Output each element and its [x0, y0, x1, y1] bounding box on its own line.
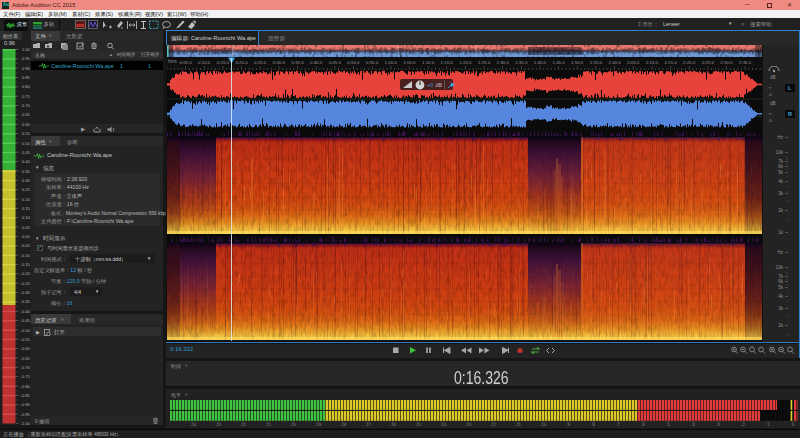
svg-text:-0.35: -0.35 [20, 299, 30, 304]
svg-text:-0.75: -0.75 [20, 374, 30, 379]
svg-text:0.80: 0.80 [22, 84, 31, 89]
svg-text:2k: 2k [778, 323, 784, 328]
svg-text:-0.55: -0.55 [20, 337, 30, 342]
svg-text:4k: 4k [778, 179, 784, 184]
svg-text:0.90: 0.90 [22, 66, 31, 71]
svg-text:10k: 10k [776, 265, 784, 270]
svg-text:0:30.0: 0:30.0 [273, 60, 286, 65]
svg-text:6k: 6k [778, 164, 784, 169]
svg-text:0:10.0: 0:10.0 [198, 60, 211, 65]
svg-text:-0.05: -0.05 [20, 243, 30, 248]
svg-text:0.65: 0.65 [22, 112, 31, 117]
svg-text:-0.40: -0.40 [20, 309, 30, 314]
svg-text:1:30.0: 1:30.0 [496, 60, 509, 65]
svg-text:0:55.0: 0:55.0 [366, 60, 379, 65]
svg-text:-0.95: -0.95 [20, 412, 30, 417]
svg-text:0:50.0: 0:50.0 [347, 60, 360, 65]
svg-text:2:35.0: 2:35.0 [739, 60, 752, 65]
svg-text:-0.90: -0.90 [20, 402, 30, 407]
svg-text:0:20.0: 0:20.0 [235, 60, 248, 65]
svg-text:-1.00: -1.00 [20, 421, 30, 425]
svg-text:0.60: 0.60 [22, 122, 31, 127]
svg-text:-0.20: -0.20 [20, 271, 30, 276]
svg-text:0.10: 0.10 [22, 215, 31, 220]
svg-text:1:25.0: 1:25.0 [478, 60, 491, 65]
svg-text:0.00: 0.00 [22, 234, 31, 239]
svg-text:1:00.0: 1:00.0 [385, 60, 398, 65]
svg-text:1:45.0: 1:45.0 [552, 60, 565, 65]
svg-text:-0.65: -0.65 [20, 356, 30, 361]
svg-text:-0.15: -0.15 [20, 262, 30, 267]
svg-text:1:15.0: 1:15.0 [441, 60, 454, 65]
svg-text:2k: 2k [778, 208, 784, 213]
svg-text:-0.30: -0.30 [20, 290, 30, 295]
svg-text:0.55: 0.55 [22, 131, 31, 136]
svg-text:2:05.0: 2:05.0 [627, 60, 640, 65]
svg-text:-0.85: -0.85 [20, 393, 30, 398]
svg-text:0:15.0: 0:15.0 [217, 60, 230, 65]
svg-text:5k: 5k [778, 170, 784, 175]
svg-text:2:20.0: 2:20.0 [683, 60, 696, 65]
svg-text:相位表: 相位表 [3, 33, 19, 40]
svg-text:0.25: 0.25 [22, 187, 31, 192]
svg-text:0:35.0: 0:35.0 [291, 60, 304, 65]
svg-text:0:25.0: 0:25.0 [254, 60, 267, 65]
svg-text:4k: 4k [778, 294, 784, 299]
svg-text:0.05: 0.05 [22, 225, 31, 230]
svg-text:0:05.0: 0:05.0 [179, 60, 192, 65]
svg-text:0.15: 0.15 [22, 206, 31, 211]
svg-text:1k: 1k [778, 230, 784, 235]
svg-text:1:55.0: 1:55.0 [590, 60, 603, 65]
svg-text:-0.45: -0.45 [20, 318, 30, 323]
svg-text:5k: 5k [778, 285, 784, 290]
svg-text:1.00: 1.00 [22, 47, 31, 52]
svg-text:-0.50: -0.50 [20, 328, 30, 333]
svg-text:0.50: 0.50 [22, 141, 31, 146]
svg-text:2:00.0: 2:00.0 [608, 60, 621, 65]
svg-text:2:25.0: 2:25.0 [702, 60, 715, 65]
svg-text:3k: 3k [778, 306, 784, 311]
svg-text:0.75: 0.75 [22, 94, 31, 99]
svg-text:0.96: 0.96 [4, 40, 15, 46]
svg-text:1:05.0: 1:05.0 [403, 60, 416, 65]
svg-text:1:50.0: 1:50.0 [571, 60, 584, 65]
svg-text:0.20: 0.20 [22, 197, 31, 202]
svg-text:1:40.0: 1:40.0 [534, 60, 547, 65]
svg-text:0.35: 0.35 [22, 169, 31, 174]
svg-text:0.40: 0.40 [22, 159, 31, 164]
svg-text:-0.80: -0.80 [20, 384, 30, 389]
svg-text:10k: 10k [776, 150, 784, 155]
svg-text:0.30: 0.30 [22, 178, 31, 183]
svg-text:0.95: 0.95 [22, 56, 31, 61]
svg-text:1:10.0: 1:10.0 [422, 60, 435, 65]
svg-text:-0.60: -0.60 [20, 346, 30, 351]
svg-text:0.85: 0.85 [22, 75, 31, 80]
svg-text:Hz: Hz [777, 250, 783, 255]
svg-text:-0.70: -0.70 [20, 365, 30, 370]
svg-text:3k: 3k [778, 191, 784, 196]
svg-text:0.70: 0.70 [22, 103, 31, 108]
svg-text:hms: hms [168, 59, 177, 64]
svg-text:-0.10: -0.10 [20, 253, 30, 258]
svg-text:2:30.0: 2:30.0 [720, 60, 733, 65]
svg-text:6k: 6k [778, 279, 784, 284]
svg-text:2:15.0: 2:15.0 [664, 60, 677, 65]
svg-text:0:40.0: 0:40.0 [310, 60, 323, 65]
svg-text:0:45.0: 0:45.0 [329, 60, 342, 65]
svg-text:1:35.0: 1:35.0 [515, 60, 528, 65]
svg-text:2:10.0: 2:10.0 [646, 60, 659, 65]
svg-text:0.45: 0.45 [22, 150, 31, 155]
svg-text:1:20.0: 1:20.0 [459, 60, 472, 65]
svg-text:Hz: Hz [777, 135, 783, 140]
svg-text:-0.25: -0.25 [20, 281, 30, 286]
